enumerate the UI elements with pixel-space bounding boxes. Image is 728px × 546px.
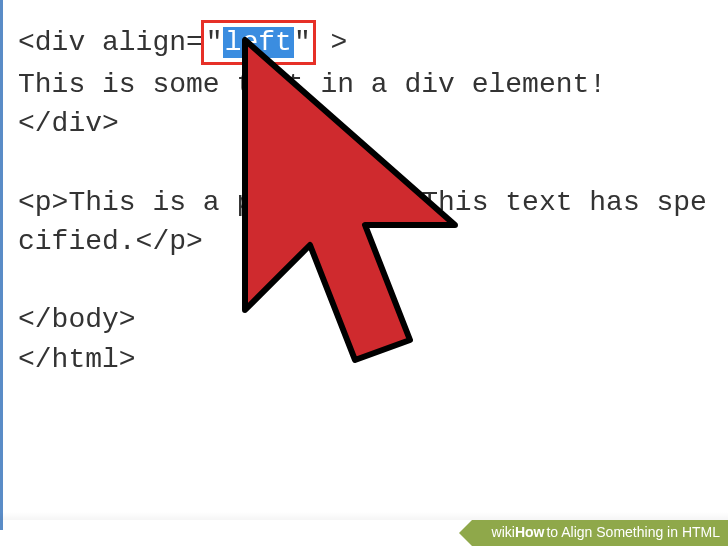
wikihow-badge: wikiHow to Align Something in HTML (472, 520, 728, 546)
footer-attribution: wikiHow to Align Something in HTML (472, 520, 728, 546)
brand-prefix: wiki (492, 523, 515, 543)
code-token: " (206, 27, 223, 58)
code-editor[interactable]: <div align="left" > This is some text in… (0, 0, 728, 389)
code-line: </html> (18, 344, 136, 375)
code-token: > (314, 27, 348, 58)
selected-text[interactable]: left (223, 27, 294, 58)
brand-bold: How (515, 523, 545, 543)
shadow-divider (0, 512, 728, 520)
code-line: <p>This is a paragraph. This text has sp… (18, 187, 707, 257)
code-line: This is some text in a div element! (18, 69, 606, 100)
code-token: <div align= (18, 27, 203, 58)
editor-left-border (0, 0, 3, 530)
code-token: " (294, 27, 311, 58)
article-title: to Align Something in HTML (546, 523, 720, 543)
code-line: </body> (18, 304, 136, 335)
highlight-box: "left" (201, 20, 316, 65)
code-line: </div> (18, 108, 119, 139)
